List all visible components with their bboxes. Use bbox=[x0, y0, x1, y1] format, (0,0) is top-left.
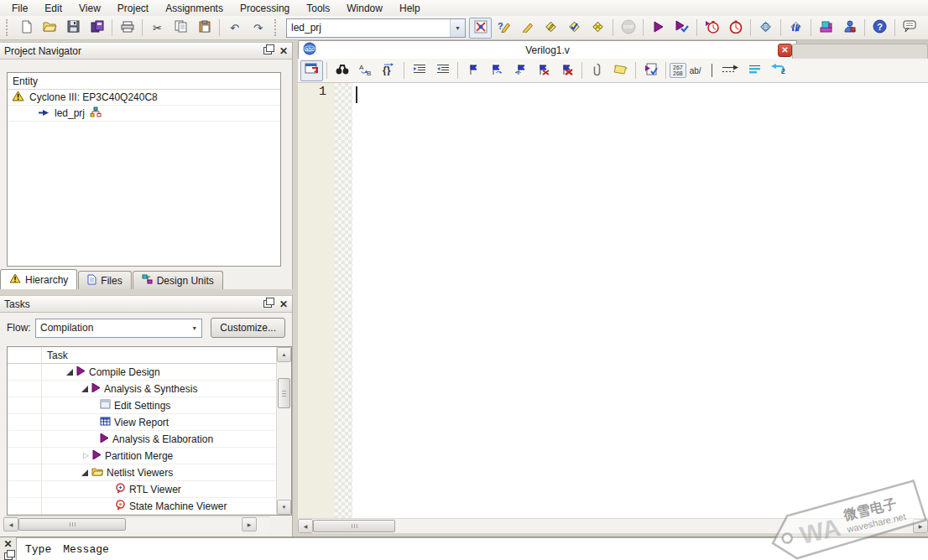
insert-file-button[interactable] bbox=[586, 60, 608, 81]
chip-planner-button[interactable] bbox=[540, 18, 562, 39]
expanded-arrow-icon[interactable] bbox=[81, 386, 88, 392]
save-project-button[interactable] bbox=[86, 18, 108, 39]
task-row-analysis-synthesis[interactable]: Analysis & Synthesis bbox=[8, 381, 277, 397]
close-messages-icon[interactable]: ✕ bbox=[3, 540, 12, 548]
print-button[interactable] bbox=[116, 18, 138, 39]
match-delimiter-button[interactable]: {} bbox=[378, 60, 400, 81]
scroll-down-icon[interactable]: ▼ bbox=[277, 500, 291, 515]
scroll-left-icon[interactable]: ◀ bbox=[298, 519, 313, 533]
scrollbar-thumb[interactable] bbox=[18, 518, 126, 531]
expanded-arrow-icon[interactable] bbox=[66, 369, 73, 376]
timing-closure-button[interactable] bbox=[587, 18, 609, 39]
undo-button[interactable]: ↶ bbox=[223, 18, 246, 39]
tab-verilog1[interactable]: abc Verilog1.v ✕ bbox=[298, 40, 797, 59]
comment-button[interactable]: 2 bbox=[767, 60, 790, 81]
menu-window[interactable]: Window bbox=[338, 1, 391, 16]
powerplay-analyzer-button[interactable] bbox=[785, 18, 807, 39]
task-row-netlist-viewers[interactable]: Netlist Viewers bbox=[8, 464, 277, 481]
settings-button[interactable] bbox=[469, 18, 492, 39]
copy-button[interactable] bbox=[169, 18, 192, 39]
task-row-partition-merge[interactable]: ▷ Partition Merge bbox=[8, 448, 277, 464]
project-combobox[interactable]: led_prj ▼ bbox=[286, 18, 466, 38]
line-numbers-toggle[interactable]: 267 268 bbox=[670, 63, 686, 78]
assignment-editor-button[interactable]: ? bbox=[493, 18, 515, 39]
task-row-edit-settings[interactable]: Edit Settings bbox=[8, 397, 277, 414]
task-row-view-report[interactable]: View Report bbox=[8, 414, 277, 431]
menu-help[interactable]: Help bbox=[391, 1, 429, 16]
editor-window-button[interactable] bbox=[300, 60, 323, 81]
float-messages-icon[interactable] bbox=[4, 552, 13, 560]
float-panel-icon[interactable] bbox=[263, 300, 272, 308]
menu-edit[interactable]: Edit bbox=[36, 1, 70, 16]
scrollbar-thumb[interactable] bbox=[278, 378, 290, 408]
customize-button[interactable]: Customize... bbox=[211, 318, 285, 338]
find-button[interactable] bbox=[331, 60, 353, 81]
compilation-report-button[interactable] bbox=[754, 18, 777, 39]
float-panel-icon[interactable] bbox=[263, 47, 272, 54]
timequest-analyzer-button[interactable] bbox=[724, 18, 747, 39]
collapsed-arrow-icon[interactable]: ▷ bbox=[83, 452, 89, 459]
code-editor[interactable]: 1 bbox=[298, 83, 928, 519]
unindent-button[interactable] bbox=[431, 60, 454, 81]
cut-button[interactable]: ✂ bbox=[146, 18, 169, 39]
design-partitions-button[interactable] bbox=[563, 18, 586, 39]
paste-button[interactable] bbox=[193, 18, 216, 39]
toggle-bookmark-button[interactable] bbox=[461, 60, 484, 81]
scroll-right-icon[interactable]: ▶ bbox=[242, 517, 257, 531]
expanded-arrow-icon[interactable] bbox=[81, 469, 88, 476]
tab-hierarchy[interactable]: Hierarchy bbox=[0, 269, 77, 289]
close-panel-icon[interactable]: ✕ bbox=[279, 300, 288, 309]
close-panel-icon[interactable]: ✕ bbox=[279, 47, 288, 55]
scroll-left-icon[interactable]: ◀ bbox=[3, 517, 18, 531]
tab-files[interactable]: Files bbox=[78, 271, 131, 289]
toolbar-grip[interactable] bbox=[6, 19, 10, 36]
whitespace-toggle[interactable]: ab/ bbox=[687, 66, 704, 75]
programmer-button[interactable] bbox=[815, 18, 837, 39]
tree-row-device[interactable]: Cyclone III: EP3C40Q240C8 bbox=[8, 90, 280, 106]
stop-processing-button[interactable]: STOP bbox=[617, 18, 639, 39]
replace-button[interactable]: AB bbox=[354, 60, 377, 81]
tasks-horizontal-scrollbar[interactable]: ◀ ▶ bbox=[3, 516, 270, 531]
chevron-down-icon[interactable]: ▼ bbox=[187, 325, 201, 331]
menu-view[interactable]: View bbox=[70, 1, 109, 16]
task-row-state-machine-viewer[interactable]: State Machine Viewer bbox=[8, 498, 277, 515]
task-row-rtl-viewer[interactable]: RTL Viewer bbox=[8, 481, 277, 498]
analyze-file-button[interactable] bbox=[639, 60, 662, 81]
help-button[interactable]: ? bbox=[868, 18, 891, 39]
tasks-vertical-scrollbar[interactable]: ▲ ▼ bbox=[276, 347, 291, 515]
align-button[interactable] bbox=[743, 60, 766, 81]
indent-button[interactable] bbox=[408, 60, 430, 81]
save-button[interactable] bbox=[62, 18, 85, 39]
previous-bookmark-button[interactable] bbox=[508, 60, 531, 81]
goto-line-button[interactable] bbox=[720, 60, 743, 81]
tree-row-entity[interactable]: led_prj bbox=[8, 106, 280, 122]
menu-tools[interactable]: Tools bbox=[298, 1, 338, 16]
scroll-up-icon[interactable]: ▲ bbox=[277, 347, 291, 362]
tab-design-units[interactable]: Design Units bbox=[133, 271, 223, 289]
new-file-button[interactable] bbox=[15, 18, 38, 39]
menu-assignments[interactable]: Assignments bbox=[157, 1, 232, 16]
start-analysis-synthesis-button[interactable] bbox=[670, 18, 693, 39]
convert-programming-files-button[interactable] bbox=[838, 18, 861, 39]
open-file-button[interactable] bbox=[39, 18, 61, 39]
menu-project[interactable]: Project bbox=[109, 1, 157, 16]
classic-timing-analyzer-button[interactable] bbox=[701, 18, 723, 39]
insert-template-button[interactable] bbox=[609, 60, 632, 81]
flow-combobox[interactable]: Compilation ▼ bbox=[35, 319, 202, 338]
scroll-right-icon[interactable]: ▶ bbox=[913, 519, 928, 533]
task-row-analysis-elaboration[interactable]: Analysis & Elaboration bbox=[8, 431, 277, 448]
pin-planner-button[interactable] bbox=[516, 18, 539, 39]
system-messages-button[interactable] bbox=[899, 18, 921, 39]
toolbar-grip[interactable] bbox=[274, 19, 279, 36]
menu-processing[interactable]: Processing bbox=[232, 1, 298, 16]
task-row-compile-design[interactable]: Compile Design bbox=[8, 364, 277, 381]
start-compilation-button[interactable] bbox=[647, 18, 670, 39]
editor-horizontal-scrollbar[interactable]: ◀ ▶ bbox=[298, 518, 928, 533]
next-bookmark-button[interactable] bbox=[485, 60, 508, 81]
delete-all-bookmarks-button[interactable] bbox=[555, 60, 578, 81]
scrollbar-thumb[interactable] bbox=[313, 520, 395, 532]
close-document-icon[interactable]: ✕ bbox=[778, 44, 792, 57]
menu-file[interactable]: File bbox=[3, 1, 36, 16]
delete-bookmark-button[interactable] bbox=[532, 60, 555, 81]
chevron-down-icon[interactable]: ▼ bbox=[450, 19, 465, 37]
